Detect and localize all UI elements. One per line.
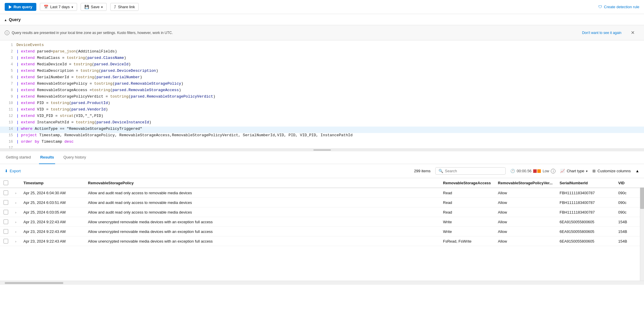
row-checkbox[interactable]	[4, 219, 8, 224]
dont-show-button[interactable]: Don't want to see it again	[582, 31, 621, 35]
editor-scroll-divider	[0, 149, 644, 151]
row-checkbox-cell	[0, 198, 12, 207]
export-button[interactable]: ⬇ Export	[5, 169, 21, 173]
code-editor[interactable]: 1DeviceEvents2| extend parsed=parse_json…	[0, 40, 644, 149]
row-expand-button[interactable]: ›	[15, 191, 16, 195]
run-query-button[interactable]: Run query	[5, 3, 36, 11]
row-timestamp: Apr 25, 2024 6:04:30 AM	[20, 188, 84, 198]
info-bar: i Query results are presented in your lo…	[0, 25, 644, 40]
line-number: 7	[2, 82, 13, 86]
customize-label: Customize columns	[597, 169, 631, 173]
table-row: › Apr 23, 2024 9:22:43 AM Allow unencryp…	[0, 236, 644, 246]
col-header-timestamp: Timestamp	[20, 178, 84, 188]
line-number: 1	[2, 43, 13, 47]
row-expand-button[interactable]: ›	[15, 220, 16, 224]
row-serial: 6EA9150055800605	[556, 217, 615, 227]
row-checkbox[interactable]	[4, 200, 8, 205]
line-content: | extend MediaDeviceId = tostring(parsed…	[16, 62, 131, 67]
chart-icon: 📈	[560, 169, 565, 173]
save-button[interactable]: 💾 Save	[81, 3, 107, 11]
row-expand-button[interactable]: ›	[15, 201, 16, 205]
table-row: › Apr 25, 2024 6:03:51 AM Allow and audi…	[0, 198, 644, 207]
row-expand-button[interactable]: ›	[15, 211, 16, 214]
results-table-wrapper[interactable]: Timestamp RemovableStoragePolicy Removab…	[0, 178, 644, 281]
row-checkbox[interactable]	[4, 239, 8, 243]
timing-square-orange	[537, 169, 541, 173]
row-timestamp: Apr 23, 2024 9:22:43 AM	[20, 227, 84, 236]
results-toolbar: ⬇ Export 299 items 🔍 🕐 00:00.56 Low i 📈 …	[0, 164, 644, 178]
last-days-button[interactable]: 📅 Last 7 days	[40, 3, 77, 11]
h-scroll-thumb	[5, 282, 63, 284]
share-link-button[interactable]: ⤴ Share link	[110, 3, 139, 11]
row-expand-cell: ›	[12, 207, 20, 217]
last-days-chevron-icon	[72, 5, 73, 9]
row-vid: 154B	[615, 227, 644, 236]
row-checkbox[interactable]	[4, 229, 8, 234]
query-collapse-icon[interactable]	[5, 17, 6, 22]
line-content: | extend MediaDescription = tostring(par…	[16, 69, 158, 73]
row-access: Write	[439, 217, 494, 227]
timing-value: 00:00.56	[517, 169, 532, 173]
info-text: Query results are presented in your loca…	[12, 31, 173, 35]
create-detection-rule-button[interactable]: 🛡 Create detection rule	[598, 5, 639, 9]
col-header-serial: SerialNumberId	[556, 178, 615, 188]
table-scrollbar[interactable]	[640, 178, 644, 281]
row-verdict: Allow	[495, 207, 556, 217]
row-expand-button[interactable]: ›	[15, 240, 16, 243]
code-line-4: 4| extend MediaDeviceId = tostring(parse…	[0, 62, 644, 69]
row-expand-cell: ›	[12, 198, 20, 207]
chart-type-button[interactable]: 📈 Chart type	[560, 169, 588, 173]
horizontal-scrollbar[interactable]	[0, 281, 644, 285]
row-verdict: Allow	[495, 198, 556, 207]
close-info-bar-button[interactable]: ✕	[626, 28, 639, 38]
row-checkbox-cell	[0, 207, 12, 217]
col-header-checkbox	[0, 178, 12, 188]
row-access: Read	[439, 188, 494, 198]
row-checkbox[interactable]	[4, 190, 8, 195]
row-timestamp: Apr 25, 2024 6:03:51 AM	[20, 198, 84, 207]
results-scroll-up-button[interactable]: ▲	[635, 169, 639, 173]
code-line-3: 3| extend MediaClass = tostring(parsed.C…	[0, 56, 644, 62]
tab-query-history[interactable]: Query history	[62, 151, 87, 164]
select-all-checkbox[interactable]	[4, 180, 8, 185]
code-line-1: 1DeviceEvents	[0, 43, 644, 49]
code-line-2: 2| extend parsed=parse_json(AdditionalFi…	[0, 49, 644, 56]
customize-columns-button[interactable]: ⊞ Customize columns	[592, 169, 631, 173]
row-expand-cell: ›	[12, 217, 20, 227]
code-line-8: 8| extend RemovableStorageAccess =tostri…	[0, 88, 644, 94]
row-verdict: Allow	[495, 217, 556, 227]
export-icon: ⬇	[5, 169, 8, 173]
line-number: 3	[2, 56, 13, 60]
results-table-body: › Apr 25, 2024 6:04:30 AM Allow and audi…	[0, 188, 644, 246]
save-label: Save	[91, 5, 100, 9]
row-checkbox-cell	[0, 227, 12, 236]
row-expand-cell: ›	[12, 227, 20, 236]
columns-icon: ⊞	[592, 169, 596, 173]
row-verdict: Allow	[495, 188, 556, 198]
play-icon	[9, 5, 12, 9]
row-checkbox[interactable]	[4, 210, 8, 214]
table-header: Timestamp RemovableStoragePolicy Removab…	[0, 178, 644, 188]
code-line-7: 7| extend RemovableStoragePolicy = tostr…	[0, 81, 644, 88]
timing-info-icon: i	[551, 169, 555, 173]
search-box[interactable]: 🔍	[435, 167, 506, 175]
clock-icon: 🕐	[510, 169, 515, 173]
row-expand-cell: ›	[12, 236, 20, 246]
row-checkbox-cell	[0, 217, 12, 227]
share-icon: ⤴	[114, 5, 116, 9]
line-content: | project Timestamp, RemovableStoragePol…	[16, 133, 353, 137]
line-content: | extend RemovableStoragePolicyVerdict =…	[16, 94, 215, 99]
line-content: | extend RemovableStoragePolicy = tostri…	[16, 81, 183, 86]
row-expand-button[interactable]: ›	[15, 230, 16, 234]
tab-results[interactable]: Results	[39, 151, 55, 164]
code-line-14: 14| where ActionType == "RemovableStorag…	[0, 127, 644, 133]
search-icon: 🔍	[439, 169, 443, 173]
tab-getting-started[interactable]: Getting started	[5, 151, 32, 164]
row-expand-cell: ›	[12, 188, 20, 198]
line-number: 6	[2, 75, 13, 79]
table-row: › Apr 25, 2024 6:03:05 AM Allow and audi…	[0, 207, 644, 217]
scroll-handle	[313, 149, 331, 151]
line-number: 5	[2, 69, 13, 73]
search-input[interactable]	[445, 169, 502, 173]
row-vid: 090c	[615, 188, 644, 198]
